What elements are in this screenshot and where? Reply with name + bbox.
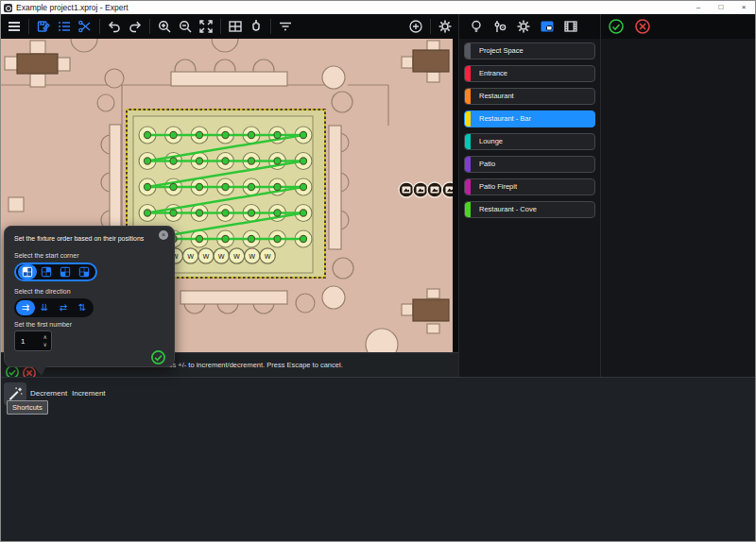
group-item[interactable]: Restaurant - Bar	[464, 110, 595, 127]
confirm-icon[interactable]	[606, 16, 627, 37]
direction-label: Select the direction	[14, 288, 71, 295]
divider	[99, 19, 100, 34]
popup-close-icon[interactable]: ×	[159, 230, 168, 240]
direction-columns-down-button[interactable]: ⇊	[35, 300, 54, 315]
zoom-fit-icon[interactable]	[196, 16, 216, 37]
first-number-label: Set the first number	[14, 321, 72, 328]
popup-title: Set the fixture order based on their pos…	[14, 235, 144, 242]
direction-rows-right-button[interactable]: ⇉	[16, 300, 35, 315]
dimmers-view-icon[interactable]	[490, 16, 510, 37]
minimize-button[interactable]: –	[687, 1, 710, 14]
menu-icon[interactable]	[4, 16, 25, 37]
maximize-button[interactable]: □	[710, 1, 732, 14]
group-item-label: Restaurant - Bar	[465, 111, 594, 127]
app-icon	[4, 4, 12, 12]
magnet-icon[interactable]	[246, 16, 266, 37]
group-color-bar	[465, 66, 471, 81]
corner-bottom-left-button[interactable]	[56, 264, 75, 279]
group-color-bar	[465, 43, 471, 59]
group-item-label: Patio Firepit	[465, 179, 594, 195]
media-icon	[413, 182, 428, 197]
direction-selector: ⇉ ⇊ ⇄ ⇅	[14, 298, 94, 317]
popup-tail	[33, 366, 46, 376]
corner-top-right-button[interactable]	[37, 264, 56, 279]
first-number-value: 1	[21, 331, 25, 351]
media-icon	[399, 182, 414, 197]
group-item[interactable]: Entrance	[464, 65, 595, 82]
corner-bottom-right-button[interactable]	[75, 264, 94, 279]
group-item-label: Lounge	[465, 134, 594, 149]
add-icon[interactable]	[405, 16, 426, 37]
divider	[430, 19, 431, 34]
layout-view-icon-active[interactable]	[537, 16, 558, 37]
view-settings-gear-icon[interactable]	[513, 16, 534, 37]
fixture-order-popup: × Set the fixture order based on their p…	[4, 226, 175, 367]
scissors-icon[interactable]	[75, 16, 95, 37]
zoom-out-icon[interactable]	[175, 16, 196, 37]
group-item-label: Entrance	[465, 66, 594, 81]
svg-text:w: w	[264, 251, 270, 261]
svg-text:w: w	[249, 251, 255, 261]
svg-text:w: w	[202, 251, 209, 261]
media-icon	[442, 182, 453, 197]
snake-horizontal-icon: ⇄	[60, 300, 67, 315]
media-fixture-icons[interactable]	[399, 182, 453, 197]
group-list: Project SpaceEntranceRestaurantRestauran…	[464, 42, 595, 218]
popup-confirm-icon[interactable]	[150, 349, 166, 369]
divider	[149, 19, 150, 34]
fixture-list-icon[interactable]	[54, 16, 75, 37]
redo-icon[interactable]	[125, 16, 146, 37]
filter-icon[interactable]	[275, 16, 296, 37]
spinner-up-icon[interactable]: ∧	[43, 334, 47, 340]
rows-right-icon: ⇉	[22, 300, 29, 315]
group-color-bar	[465, 134, 471, 149]
group-item-label: Restaurant - Cove	[465, 202, 594, 217]
snake-vertical-icon: ⇅	[78, 300, 86, 315]
group-color-bar	[465, 202, 471, 217]
groups-panel: Project SpaceEntranceRestaurantRestauran…	[459, 39, 600, 377]
group-item[interactable]: Patio	[464, 156, 595, 173]
title-bar: Example project1.xproj - Expert – □ ×	[1, 1, 755, 14]
corner-label: Select the start corner	[14, 252, 78, 259]
group-color-bar	[465, 111, 471, 127]
group-item-label: Patio	[465, 157, 594, 172]
settings-gear-icon[interactable]	[435, 16, 455, 37]
panel-divider	[600, 14, 601, 377]
group-color-bar	[465, 179, 471, 195]
divider	[220, 19, 221, 34]
save-project-icon[interactable]	[33, 16, 54, 37]
first-number-input[interactable]: 1 ∧ ∨	[14, 330, 52, 351]
cancel-icon[interactable]	[632, 16, 653, 37]
svg-text:w: w	[218, 251, 225, 261]
columns-down-icon: ⇊	[41, 300, 48, 315]
main-toolbar	[1, 14, 755, 39]
close-button[interactable]: ×	[732, 1, 755, 14]
zoom-in-icon[interactable]	[154, 16, 175, 37]
group-item[interactable]: Project Space	[464, 42, 595, 59]
group-color-bar	[465, 89, 471, 104]
grid-icon[interactable]	[225, 16, 246, 37]
group-item-label: Restaurant	[465, 89, 594, 104]
status-message: Press +/- to increment/decrement. Press …	[158, 361, 343, 369]
svg-text:w: w	[187, 251, 194, 261]
divider	[270, 19, 271, 34]
direction-snake-vertical-button[interactable]: ⇅	[73, 300, 92, 315]
increment-button[interactable]: Increment	[72, 382, 106, 405]
group-item[interactable]: Patio Firepit	[464, 178, 595, 195]
spinner-down-icon[interactable]: ∨	[43, 342, 47, 347]
shortcuts-tooltip: Shortcuts	[7, 400, 48, 415]
bottom-bar: Decrement Increment Shortcuts	[1, 377, 755, 542]
media-icon	[427, 182, 442, 197]
undo-icon[interactable]	[104, 16, 125, 37]
svg-text:w: w	[233, 251, 240, 261]
group-item[interactable]: Restaurant - Cove	[464, 201, 595, 218]
panel-divider	[458, 14, 459, 377]
group-item[interactable]: Restaurant	[464, 88, 595, 105]
detail-panel	[601, 39, 756, 377]
corner-top-left-button[interactable]	[18, 264, 37, 279]
group-item[interactable]: Lounge	[464, 133, 595, 150]
divider	[28, 19, 29, 34]
direction-snake-horizontal-button[interactable]: ⇄	[54, 300, 73, 315]
fixtures-view-icon[interactable]	[466, 16, 487, 37]
media-view-icon[interactable]	[560, 16, 581, 37]
